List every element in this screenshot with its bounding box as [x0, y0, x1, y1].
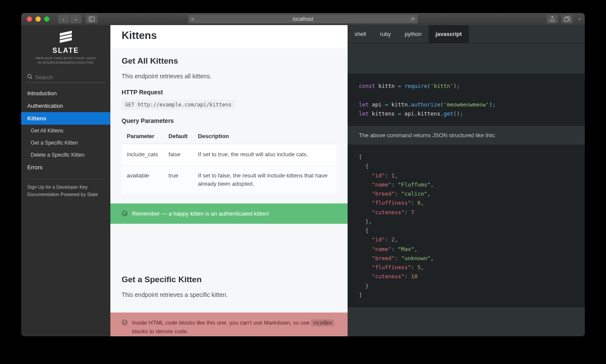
search-icon	[27, 74, 32, 81]
section-title: Get a Specific Kitten	[122, 275, 336, 284]
code-caption: The above command returns JSON structure…	[348, 126, 585, 145]
toc-sidebar: SLATE REPLACE THIS WITH YOUR LOGOIN SOUR…	[21, 25, 110, 336]
nav-item[interactable]: Get a Specific Kitten	[21, 137, 110, 149]
close-window-button[interactable]	[27, 16, 32, 22]
reader-icon[interactable]: ≡	[191, 16, 194, 22]
nav-item[interactable]: Errors	[21, 161, 110, 174]
code-column[interactable]: shellrubypythonjavascript const kittn = …	[348, 25, 585, 336]
docs-column[interactable]: Kittens Get All Kittens This endpoint re…	[110, 25, 348, 336]
forward-button[interactable]: ›	[70, 15, 81, 23]
svg-line-4	[31, 77, 32, 79]
nav-item[interactable]: Introduction	[21, 87, 110, 100]
table-header: Default	[163, 129, 193, 144]
check-circle-icon: ✓	[122, 210, 128, 216]
reload-icon[interactable]: ⟳	[411, 16, 415, 22]
lang-tab-javascript[interactable]: javascript	[429, 25, 469, 43]
nav-item[interactable]: Get All Kittens	[21, 125, 110, 137]
table-header: Parameter	[122, 129, 163, 144]
search-box	[26, 72, 105, 83]
minimize-window-button[interactable]	[35, 16, 41, 22]
section-desc: This endpoint retrieves a specific kitte…	[122, 290, 336, 300]
maximize-window-button[interactable]	[44, 16, 49, 22]
http-request-label: HTTP Request	[122, 89, 336, 96]
section-title: Get All Kittens	[122, 56, 336, 66]
footer-link[interactable]: Documentation Powered by Slate	[27, 191, 104, 199]
titlebar: ‹ › ≡ localhost ⟳ +	[21, 13, 585, 25]
svg-rect-0	[89, 17, 94, 21]
table-header: Description	[193, 129, 336, 144]
info-circle-icon: i	[122, 319, 128, 325]
footer-link[interactable]: Sign Up for a Developer Key	[27, 184, 104, 191]
notice-success: ✓ Remember — a happy kitten is an authen…	[110, 203, 348, 224]
search-input[interactable]	[26, 72, 105, 83]
nav-item[interactable]: Delete a Specific Kitten	[21, 149, 110, 161]
query-params-table: ParameterDefaultDescription include_cats…	[122, 129, 336, 195]
browser-window: ‹ › ≡ localhost ⟳ + S	[21, 13, 585, 336]
traffic-lights	[21, 16, 49, 22]
address-url: localhost	[293, 16, 313, 22]
lang-tab-python[interactable]: python	[398, 25, 429, 43]
code-json-response: [ { "id": 1, "name": "Fluffums", "breed"…	[348, 145, 585, 307]
new-tab-button[interactable]: +	[578, 16, 581, 23]
section-desc: This endpoint retrieves all kittens.	[122, 72, 336, 81]
table-row: availabletrueIf set to false, the result…	[122, 165, 336, 194]
logo-block: SLATE REPLACE THIS WITH YOUR LOGOIN SOUR…	[21, 25, 110, 70]
toc-footer: Sign Up for a Developer Key Documentatio…	[21, 184, 110, 199]
nav-item[interactable]: Authentication	[21, 100, 110, 112]
nav-item[interactable]: Kittens	[21, 112, 110, 125]
back-button[interactable]: ‹	[58, 15, 69, 23]
query-params-label: Query Parameters	[122, 117, 336, 124]
notice-text: Remember — a happy kitten is an authenti…	[132, 209, 269, 218]
svg-point-3	[28, 74, 31, 78]
http-request-code: GET http://example.com/api/kittens	[122, 100, 235, 110]
address-bar[interactable]: ≡ localhost ⟳	[188, 15, 418, 23]
nav-list: IntroductionAuthenticationKittensGet All…	[21, 87, 110, 174]
nav-buttons: ‹ ›	[58, 15, 81, 23]
notice-text: Inside HTML code blocks like this one, y…	[132, 319, 336, 335]
brand-subtitle: REPLACE THIS WITH YOUR LOGOIN SOURCE/IMA…	[26, 56, 106, 65]
code-example: const kittn = require('kittn'); let api …	[348, 74, 585, 126]
share-button[interactable]	[547, 15, 558, 23]
notice-warning: i Inside HTML code blocks like this one,…	[110, 312, 348, 336]
lang-tab-ruby[interactable]: ruby	[373, 25, 398, 43]
svg-rect-2	[564, 18, 568, 21]
tabs-button[interactable]	[561, 15, 573, 23]
lang-tab-shell[interactable]: shell	[348, 25, 373, 43]
brand-title: SLATE	[26, 47, 106, 55]
language-tabs: shellrubypythonjavascript	[348, 25, 585, 43]
table-row: include_catsfalseIf set to true, the res…	[122, 144, 336, 165]
sidebar-toggle-button[interactable]	[86, 15, 98, 23]
page-title: Kittens	[110, 25, 348, 48]
slate-logo-icon	[58, 31, 74, 44]
